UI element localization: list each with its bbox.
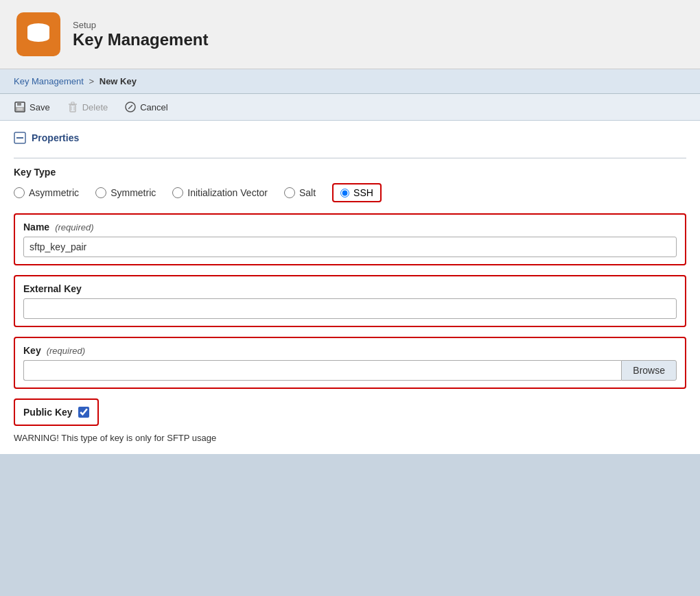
- public-key-group[interactable]: Public Key: [14, 398, 99, 426]
- svg-point-6: [27, 34, 49, 42]
- cancel-button[interactable]: Cancel: [121, 99, 170, 115]
- radio-ssh-box[interactable]: SSH: [332, 183, 382, 202]
- radio-asymmetric-input[interactable]: [14, 187, 25, 198]
- cancel-label: Cancel: [140, 102, 167, 112]
- breadcrumb: Key Management > New Key: [0, 69, 700, 94]
- save-button[interactable]: Save: [11, 99, 53, 115]
- collapse-icon: [14, 132, 26, 144]
- external-key-field-header: External Key: [23, 283, 677, 294]
- key-required: (required): [47, 346, 85, 356]
- form-content: Properties Key Type Asymmetric Symmetric…: [0, 121, 700, 454]
- properties-label: Properties: [32, 132, 79, 143]
- warning-text: WARNING! This type of key is only for SF…: [14, 433, 686, 443]
- key-input[interactable]: [23, 360, 621, 381]
- browse-button[interactable]: Browse: [621, 360, 677, 381]
- header-text: Setup Key Management: [73, 20, 208, 49]
- cancel-icon: [124, 101, 137, 113]
- key-type-radio-group: Asymmetric Symmetric Initialization Vect…: [14, 183, 686, 202]
- external-key-field-group: External Key: [14, 275, 686, 327]
- key-browse-row: Browse: [23, 360, 677, 381]
- header-subtitle: Setup: [73, 20, 208, 30]
- breadcrumb-separator: >: [89, 76, 95, 86]
- radio-salt-input[interactable]: [284, 187, 295, 198]
- public-key-checkbox[interactable]: [78, 407, 89, 418]
- database-icon: [24, 20, 53, 49]
- radio-salt[interactable]: Salt: [284, 187, 316, 198]
- save-icon: [14, 101, 26, 113]
- page-header: Setup Key Management: [0, 0, 700, 69]
- radio-asymmetric[interactable]: Asymmetric: [14, 187, 79, 198]
- key-field-header: Key (required): [23, 345, 677, 356]
- app-icon: [16, 12, 60, 56]
- breadcrumb-parent[interactable]: Key Management: [14, 76, 84, 86]
- radio-symmetric[interactable]: Symmetric: [95, 187, 156, 198]
- svg-rect-10: [17, 108, 23, 110]
- svg-line-17: [128, 105, 132, 109]
- radio-salt-label[interactable]: Salt: [299, 187, 316, 198]
- header-title: Key Management: [73, 30, 208, 49]
- svg-rect-11: [70, 105, 75, 112]
- key-label: Key: [23, 345, 41, 356]
- name-label: Name: [23, 222, 49, 233]
- radio-ssh-label[interactable]: SSH: [353, 187, 373, 198]
- main-content: Key Management > New Key Save Delete: [0, 69, 700, 454]
- svg-rect-13: [71, 102, 74, 104]
- name-field-header: Name (required): [23, 222, 677, 233]
- properties-section-header: Properties: [14, 132, 686, 147]
- public-key-label: Public Key: [23, 407, 73, 418]
- delete-label: Delete: [82, 102, 108, 112]
- svg-rect-8: [17, 102, 21, 106]
- radio-iv-input[interactable]: [172, 187, 183, 198]
- radio-symmetric-input[interactable]: [95, 187, 106, 198]
- radio-symmetric-label[interactable]: Symmetric: [110, 187, 156, 198]
- radio-asymmetric-label[interactable]: Asymmetric: [29, 187, 79, 198]
- toolbar: Save Delete Cancel: [0, 94, 700, 121]
- radio-initialization-vector[interactable]: Initialization Vector: [172, 187, 268, 198]
- external-key-input[interactable]: [23, 298, 677, 319]
- delete-icon: [67, 101, 79, 113]
- delete-button[interactable]: Delete: [64, 99, 111, 115]
- section-divider: [14, 158, 686, 158]
- external-key-label: External Key: [23, 283, 82, 294]
- radio-ssh-input[interactable]: [340, 189, 349, 198]
- key-type-label: Key Type: [14, 167, 686, 178]
- name-input[interactable]: [23, 237, 677, 257]
- name-field-group: Name (required): [14, 213, 686, 265]
- name-required: (required): [55, 222, 93, 233]
- save-label: Save: [30, 102, 50, 112]
- key-field-group: Key (required) Browse: [14, 337, 686, 389]
- radio-iv-label[interactable]: Initialization Vector: [187, 187, 268, 198]
- breadcrumb-current: New Key: [100, 76, 137, 86]
